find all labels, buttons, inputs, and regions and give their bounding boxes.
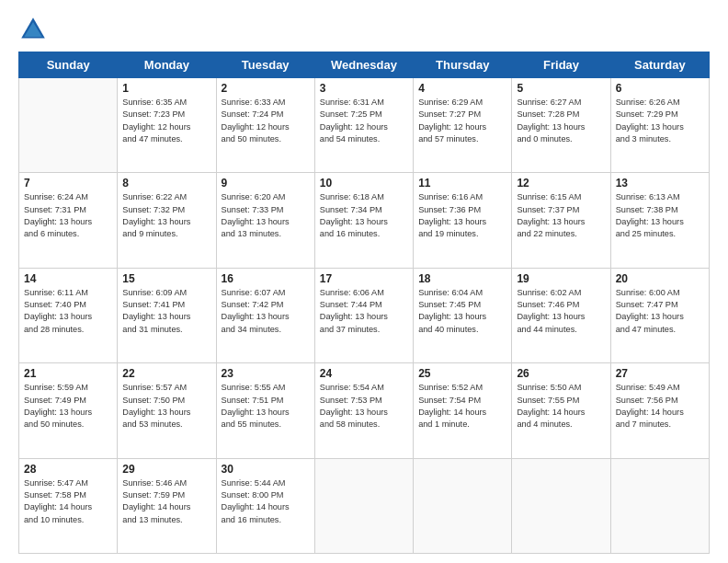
calendar-header: SundayMondayTuesdayWednesdayThursdayFrid… (19, 52, 710, 78)
cell-content: Sunrise: 5:47 AM Sunset: 7:58 PM Dayligh… (24, 477, 112, 526)
day-number: 29 (122, 463, 210, 476)
day-number: 7 (24, 177, 112, 190)
day-number: 2 (222, 82, 310, 95)
day-number: 27 (616, 367, 704, 380)
day-number: 22 (122, 367, 210, 380)
day-number: 5 (517, 82, 605, 95)
cell-content: Sunrise: 5:54 AM Sunset: 7:53 PM Dayligh… (320, 382, 408, 431)
day-number: 21 (24, 367, 112, 380)
calendar-table: SundayMondayTuesdayWednesdayThursdayFrid… (18, 52, 710, 554)
cell-content: Sunrise: 5:49 AM Sunset: 7:56 PM Dayligh… (616, 382, 704, 431)
calendar-cell: 23Sunrise: 5:55 AM Sunset: 7:51 PM Dayli… (216, 363, 314, 458)
day-number: 25 (418, 367, 506, 380)
cell-content: Sunrise: 5:57 AM Sunset: 7:50 PM Dayligh… (122, 382, 210, 431)
day-number: 18 (418, 272, 506, 285)
calendar-cell: 28Sunrise: 5:47 AM Sunset: 7:58 PM Dayli… (19, 458, 118, 553)
calendar-cell: 11Sunrise: 6:16 AM Sunset: 7:36 PM Dayli… (414, 173, 512, 268)
cell-content: Sunrise: 6:16 AM Sunset: 7:36 PM Dayligh… (418, 191, 506, 240)
cell-content: Sunrise: 6:35 AM Sunset: 7:23 PM Dayligh… (122, 97, 210, 145)
calendar-cell: 24Sunrise: 5:54 AM Sunset: 7:53 PM Dayli… (314, 363, 413, 458)
day-number: 6 (616, 82, 704, 95)
calendar-cell: 7Sunrise: 6:24 AM Sunset: 7:31 PM Daylig… (19, 173, 118, 268)
cell-content: Sunrise: 6:15 AM Sunset: 7:37 PM Dayligh… (517, 191, 605, 240)
header (18, 15, 710, 44)
calendar-cell: 25Sunrise: 5:52 AM Sunset: 7:54 PM Dayli… (414, 363, 512, 458)
day-number: 20 (616, 272, 704, 285)
day-number: 24 (320, 367, 408, 380)
cell-content: Sunrise: 5:46 AM Sunset: 7:59 PM Dayligh… (122, 477, 210, 526)
cell-content: Sunrise: 6:27 AM Sunset: 7:28 PM Dayligh… (517, 97, 605, 145)
calendar-cell: 29Sunrise: 5:46 AM Sunset: 7:59 PM Dayli… (118, 458, 216, 553)
logo (18, 15, 53, 44)
calendar-cell: 19Sunrise: 6:02 AM Sunset: 7:46 PM Dayli… (512, 268, 610, 362)
calendar-cell: 8Sunrise: 6:22 AM Sunset: 7:32 PM Daylig… (118, 173, 216, 268)
day-number: 19 (517, 272, 605, 285)
day-number: 9 (222, 177, 310, 190)
cell-content: Sunrise: 6:11 AM Sunset: 7:40 PM Dayligh… (24, 287, 112, 336)
day-number: 12 (517, 177, 605, 190)
day-number: 14 (24, 272, 112, 285)
day-number: 30 (222, 463, 310, 476)
day-number: 10 (320, 177, 408, 190)
calendar-cell (19, 78, 118, 173)
week-row-1: 1Sunrise: 6:35 AM Sunset: 7:23 PM Daylig… (19, 78, 710, 173)
day-number: 17 (320, 272, 408, 285)
calendar-cell: 13Sunrise: 6:13 AM Sunset: 7:38 PM Dayli… (610, 173, 709, 268)
cell-content: Sunrise: 6:29 AM Sunset: 7:27 PM Dayligh… (418, 97, 506, 145)
cell-content: Sunrise: 5:55 AM Sunset: 7:51 PM Dayligh… (222, 382, 310, 431)
cell-content: Sunrise: 5:59 AM Sunset: 7:49 PM Dayligh… (24, 382, 112, 431)
cell-content: Sunrise: 6:33 AM Sunset: 7:24 PM Dayligh… (222, 97, 310, 145)
week-row-4: 21Sunrise: 5:59 AM Sunset: 7:49 PM Dayli… (19, 363, 710, 458)
calendar-cell: 4Sunrise: 6:29 AM Sunset: 7:27 PM Daylig… (414, 78, 512, 173)
calendar-cell: 9Sunrise: 6:20 AM Sunset: 7:33 PM Daylig… (216, 173, 314, 268)
cell-content: Sunrise: 6:18 AM Sunset: 7:34 PM Dayligh… (320, 191, 408, 240)
column-header-saturday: Saturday (610, 52, 709, 78)
day-number: 16 (222, 272, 310, 285)
calendar-cell: 30Sunrise: 5:44 AM Sunset: 8:00 PM Dayli… (216, 458, 314, 553)
cell-content: Sunrise: 6:31 AM Sunset: 7:25 PM Dayligh… (320, 97, 408, 145)
calendar-cell: 27Sunrise: 5:49 AM Sunset: 7:56 PM Dayli… (610, 363, 709, 458)
calendar-cell: 22Sunrise: 5:57 AM Sunset: 7:50 PM Dayli… (118, 363, 216, 458)
day-number: 1 (122, 82, 210, 95)
page: SundayMondayTuesdayWednesdayThursdayFrid… (0, 0, 728, 563)
cell-content: Sunrise: 6:07 AM Sunset: 7:42 PM Dayligh… (222, 287, 310, 336)
cell-content: Sunrise: 6:26 AM Sunset: 7:29 PM Dayligh… (616, 97, 704, 145)
calendar-cell (610, 458, 709, 553)
day-number: 11 (418, 177, 506, 190)
calendar-cell: 18Sunrise: 6:04 AM Sunset: 7:45 PM Dayli… (414, 268, 512, 362)
calendar-cell: 21Sunrise: 5:59 AM Sunset: 7:49 PM Dayli… (19, 363, 118, 458)
cell-content: Sunrise: 6:22 AM Sunset: 7:32 PM Dayligh… (122, 191, 210, 240)
cell-content: Sunrise: 6:00 AM Sunset: 7:47 PM Dayligh… (616, 287, 704, 336)
day-number: 3 (320, 82, 408, 95)
calendar-cell: 2Sunrise: 6:33 AM Sunset: 7:24 PM Daylig… (216, 78, 314, 173)
calendar-cell (512, 458, 610, 553)
day-number: 28 (24, 463, 112, 476)
day-number: 4 (418, 82, 506, 95)
calendar-cell: 10Sunrise: 6:18 AM Sunset: 7:34 PM Dayli… (314, 173, 413, 268)
cell-content: Sunrise: 5:52 AM Sunset: 7:54 PM Dayligh… (418, 382, 506, 431)
calendar-body: 1Sunrise: 6:35 AM Sunset: 7:23 PM Daylig… (19, 78, 710, 554)
cell-content: Sunrise: 6:20 AM Sunset: 7:33 PM Dayligh… (222, 191, 310, 240)
cell-content: Sunrise: 6:24 AM Sunset: 7:31 PM Dayligh… (24, 191, 112, 240)
calendar-cell: 15Sunrise: 6:09 AM Sunset: 7:41 PM Dayli… (118, 268, 216, 362)
calendar-cell: 3Sunrise: 6:31 AM Sunset: 7:25 PM Daylig… (314, 78, 413, 173)
column-header-friday: Friday (512, 52, 610, 78)
cell-content: Sunrise: 6:13 AM Sunset: 7:38 PM Dayligh… (616, 191, 704, 240)
header-row: SundayMondayTuesdayWednesdayThursdayFrid… (19, 52, 710, 78)
week-row-2: 7Sunrise: 6:24 AM Sunset: 7:31 PM Daylig… (19, 173, 710, 268)
column-header-wednesday: Wednesday (314, 52, 413, 78)
day-number: 26 (517, 367, 605, 380)
calendar-cell: 1Sunrise: 6:35 AM Sunset: 7:23 PM Daylig… (118, 78, 216, 173)
week-row-5: 28Sunrise: 5:47 AM Sunset: 7:58 PM Dayli… (19, 458, 710, 553)
day-number: 8 (122, 177, 210, 190)
logo-icon (18, 15, 48, 44)
day-number: 15 (122, 272, 210, 285)
column-header-monday: Monday (118, 52, 216, 78)
cell-content: Sunrise: 5:44 AM Sunset: 8:00 PM Dayligh… (222, 477, 310, 526)
calendar-cell: 14Sunrise: 6:11 AM Sunset: 7:40 PM Dayli… (19, 268, 118, 362)
column-header-sunday: Sunday (19, 52, 118, 78)
calendar-cell: 20Sunrise: 6:00 AM Sunset: 7:47 PM Dayli… (610, 268, 709, 362)
cell-content: Sunrise: 6:02 AM Sunset: 7:46 PM Dayligh… (517, 287, 605, 336)
cell-content: Sunrise: 6:04 AM Sunset: 7:45 PM Dayligh… (418, 287, 506, 336)
column-header-tuesday: Tuesday (216, 52, 314, 78)
